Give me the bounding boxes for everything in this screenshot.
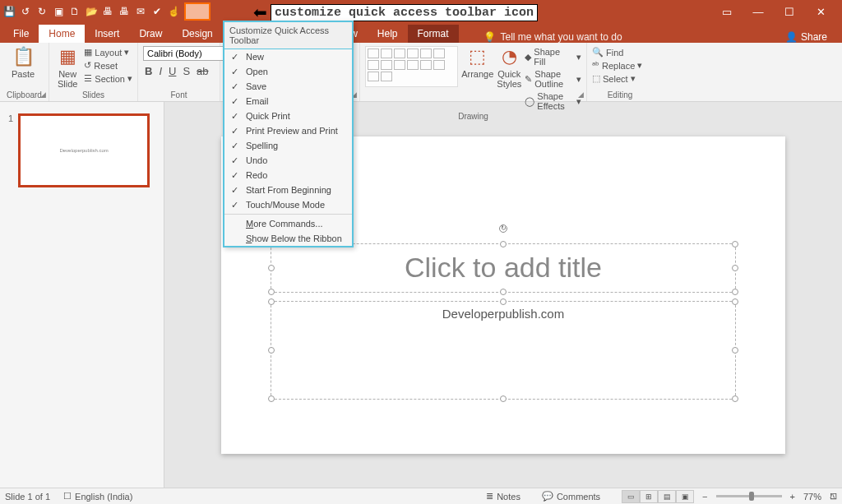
- resize-handle-w[interactable]: [268, 265, 275, 271]
- share-button[interactable]: 👤 Share: [785, 31, 842, 43]
- resize-handle-n[interactable]: [500, 241, 507, 247]
- redo-icon[interactable]: ↻: [35, 4, 49, 19]
- slide-counter[interactable]: Slide 1 of 1: [5, 492, 50, 502]
- comments-button[interactable]: 💬 Comments: [542, 491, 600, 502]
- notes-button[interactable]: ≣ Notes: [486, 491, 520, 502]
- select-button[interactable]: ⬚ Select ▾: [592, 72, 642, 85]
- resize-handle-se[interactable]: [732, 395, 738, 402]
- resize-handle-sw[interactable]: [268, 289, 275, 295]
- quick-print-icon[interactable]: 🖶: [100, 4, 115, 19]
- resize-handle-nw[interactable]: [268, 298, 275, 305]
- shape-outline-button[interactable]: ✎ Shape Outline ▾: [525, 68, 581, 90]
- subtitle-placeholder[interactable]: Developerpublish.com: [271, 301, 736, 400]
- minimize-button[interactable]: —: [750, 3, 766, 20]
- language-indicator[interactable]: ☐ English (India): [63, 491, 132, 502]
- resize-handle-w[interactable]: [268, 347, 275, 354]
- touch-mode-icon[interactable]: ☝: [166, 4, 181, 19]
- customize-qat-button[interactable]: [184, 2, 210, 21]
- qat-item-new[interactable]: New: [224, 49, 352, 64]
- qat-item-quick-print[interactable]: Quick Print: [224, 109, 352, 123]
- resize-handle-e[interactable]: [732, 265, 738, 271]
- drawing-launcher[interactable]: ◢: [578, 90, 584, 99]
- tab-design[interactable]: Design: [172, 25, 222, 43]
- zoom-level[interactable]: 77%: [803, 492, 821, 502]
- normal-view-button[interactable]: ▭: [622, 490, 640, 503]
- quick-styles-button[interactable]: ◔ Quick Styles: [497, 46, 521, 89]
- zoom-in-button[interactable]: +: [790, 492, 795, 502]
- undo-icon[interactable]: ↺: [18, 4, 33, 19]
- section-button[interactable]: ☰ Section ▾: [84, 72, 132, 85]
- qat-item-more-commands[interactable]: More Commands...: [224, 216, 352, 231]
- qat-item-open[interactable]: Open: [224, 64, 352, 79]
- qat-item-show-below[interactable]: Show Below the Ribbon: [224, 231, 352, 246]
- shape-fill-button[interactable]: ◆ Shape Fill ▾: [525, 46, 581, 67]
- strike-button[interactable]: ab: [195, 64, 210, 78]
- title-bar: 💾 ↺ ↻ ▣ 🗋 📂 🖶 🖶 ✉ ✔ ☝ ⬅ customize quick …: [0, 0, 842, 23]
- font-name-input[interactable]: [143, 46, 225, 61]
- resize-handle-e[interactable]: [732, 347, 738, 354]
- title-placeholder[interactable]: Click to add title: [271, 243, 736, 293]
- resize-handle-sw[interactable]: [268, 395, 275, 402]
- resize-handle-se[interactable]: [732, 289, 738, 295]
- qat-item-save[interactable]: Save: [224, 79, 352, 94]
- save-icon[interactable]: 💾: [2, 4, 16, 19]
- tab-help[interactable]: Help: [368, 25, 408, 43]
- find-button[interactable]: 🔍 Find: [592, 46, 642, 58]
- ribbon-display-icon[interactable]: ▭: [719, 3, 735, 20]
- arrange-button[interactable]: ⬚ Arrange: [461, 46, 493, 79]
- email-icon[interactable]: ✉: [133, 4, 148, 19]
- new-slide-button[interactable]: ▦ New Slide: [54, 46, 81, 89]
- print-preview-icon[interactable]: 🖶: [117, 4, 132, 19]
- resize-handle-s[interactable]: [500, 395, 507, 402]
- tab-insert[interactable]: Insert: [85, 25, 129, 43]
- shapes-gallery[interactable]: [365, 46, 458, 87]
- qat-item-undo[interactable]: Undo: [224, 153, 352, 168]
- collapse-ribbon-button[interactable]: ᴧ: [830, 490, 835, 501]
- tab-draw[interactable]: Draw: [129, 25, 172, 43]
- resize-handle-ne[interactable]: [732, 241, 738, 247]
- slideshow-view-button[interactable]: ▣: [676, 490, 694, 503]
- rotate-handle[interactable]: [499, 224, 507, 233]
- resize-handle-s[interactable]: [500, 289, 507, 295]
- open-icon[interactable]: 📂: [84, 4, 99, 19]
- tab-format[interactable]: Format: [408, 25, 459, 43]
- spelling-icon[interactable]: ✔: [150, 4, 164, 19]
- replace-button[interactable]: ᵃᵇ Replace ▾: [592, 59, 642, 72]
- qat-item-email[interactable]: Email: [224, 94, 352, 109]
- thumbnail-preview[interactable]: Developerpublish.com: [18, 113, 150, 187]
- qat-item-print-preview[interactable]: Print Preview and Print: [224, 123, 352, 138]
- tab-home[interactable]: Home: [39, 25, 85, 43]
- status-bar: Slide 1 of 1 ☐ English (India) ≣ Notes 💬…: [0, 488, 842, 504]
- group-editing: 🔍 Find ᵃᵇ Replace ▾ ⬚ Select ▾ Editing: [587, 43, 653, 101]
- reading-view-button[interactable]: ▤: [658, 490, 676, 503]
- thumb-number: 1: [8, 113, 13, 187]
- start-show-icon[interactable]: ▣: [51, 4, 66, 19]
- qat-item-start-beginning[interactable]: Start From Beginning: [224, 183, 352, 197]
- slide-thumbnail-panel[interactable]: 1 Developerpublish.com: [0, 102, 164, 488]
- shadow-button[interactable]: S: [181, 64, 192, 78]
- maximize-button[interactable]: ☐: [781, 3, 798, 20]
- resize-handle-n[interactable]: [500, 298, 507, 305]
- underline-button[interactable]: U: [167, 64, 178, 78]
- resize-handle-ne[interactable]: [732, 298, 738, 305]
- tell-me-search[interactable]: 💡 Tell me what you want to do: [483, 31, 622, 43]
- new-icon[interactable]: 🗋: [67, 4, 82, 19]
- bold-button[interactable]: B: [143, 64, 154, 78]
- close-button[interactable]: ✕: [812, 3, 829, 20]
- zoom-out-button[interactable]: −: [702, 492, 707, 502]
- slide-thumbnail-1[interactable]: 1 Developerpublish.com: [8, 113, 155, 187]
- qat-item-redo[interactable]: Redo: [224, 168, 352, 183]
- zoom-slider[interactable]: [716, 495, 782, 497]
- clipboard-launcher[interactable]: ◢: [40, 90, 46, 99]
- layout-button[interactable]: ▦ Layout ▾: [84, 46, 132, 58]
- workspace: 1 Developerpublish.com Click to add titl…: [0, 102, 842, 488]
- qat-item-spelling[interactable]: Spelling: [224, 138, 352, 153]
- tab-file[interactable]: File: [3, 25, 39, 43]
- italic-button[interactable]: I: [157, 64, 164, 78]
- sorter-view-button[interactable]: ⊞: [640, 490, 658, 503]
- arrow-icon: ⬅: [253, 2, 267, 22]
- qat-item-touch-mouse[interactable]: Touch/Mouse Mode: [224, 197, 352, 212]
- paste-button[interactable]: 📋 Paste: [5, 46, 41, 79]
- reset-button[interactable]: ↺ Reset: [84, 59, 132, 72]
- styles-icon: ◔: [502, 46, 517, 67]
